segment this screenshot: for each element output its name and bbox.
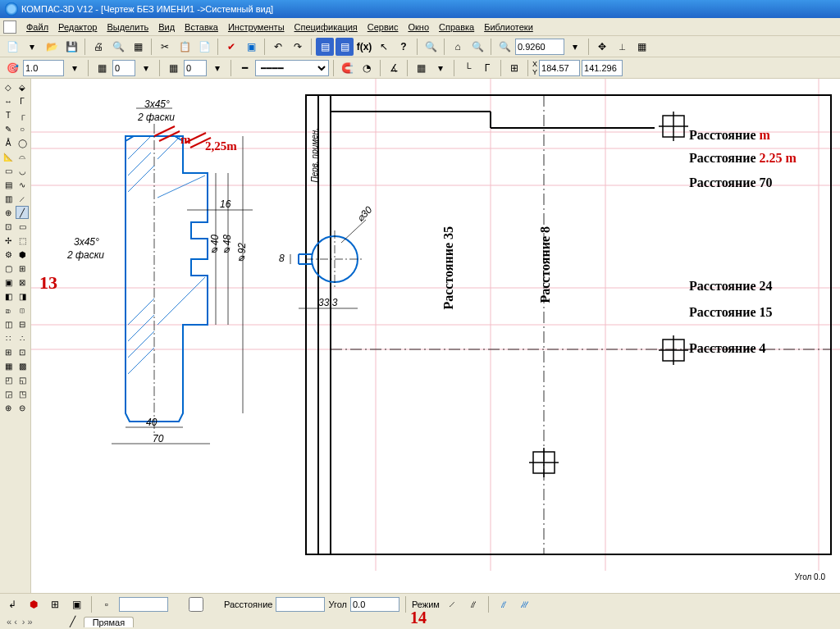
dropdown3-icon[interactable]: ▾ [66, 59, 84, 77]
geom-icon[interactable]: ◇ [2, 80, 15, 93]
paste-button[interactable]: 📄 [195, 38, 213, 56]
tool-k-icon[interactable]: ⊡ [2, 220, 15, 233]
dim-icon[interactable]: ↔ [2, 94, 15, 107]
zoom-in-button[interactable]: 🔍 [422, 38, 440, 56]
layer-combo[interactable] [112, 60, 135, 76]
tool-b-icon[interactable]: Γ [16, 94, 29, 107]
edit-icon[interactable]: ✎ [2, 122, 15, 135]
tool-q-icon[interactable]: ▢ [2, 262, 15, 275]
preview-button[interactable]: 🔍 [109, 38, 127, 56]
menu-edit[interactable]: Редактор [53, 21, 102, 34]
tab-nav-prev[interactable]: « ‹ [7, 617, 17, 627]
manager-button[interactable]: ▦ [129, 38, 147, 56]
cut-button[interactable]: ✂ [156, 38, 174, 56]
coord-y[interactable] [582, 60, 623, 76]
tool-d-icon[interactable]: ○ [16, 122, 29, 135]
tool-1-icon[interactable]: ∷ [2, 331, 15, 344]
tool-g-icon[interactable]: ◡ [16, 164, 29, 177]
mode-4-icon[interactable]: ⫻ [516, 595, 534, 613]
menu-spec[interactable]: Спецификация [290, 21, 363, 34]
menu-file[interactable]: Файл [21, 21, 53, 34]
tool-v-icon[interactable]: ◨ [16, 289, 29, 303]
doc-icon[interactable] [3, 21, 16, 34]
variables-button[interactable]: ▣ [242, 38, 260, 56]
tool-c-icon[interactable]: ┌ [16, 108, 29, 121]
tool-p-icon[interactable]: ⬢ [16, 248, 29, 261]
print-button[interactable]: 🖨 [89, 38, 107, 56]
tool-m-icon[interactable]: ✢ [2, 234, 15, 247]
dropdown-icon[interactable]: ▾ [23, 38, 41, 56]
menu-view[interactable]: Вид [153, 21, 180, 34]
tool-e-icon[interactable]: ◯ [16, 136, 29, 149]
tool-f-icon[interactable]: ⌓ [16, 150, 29, 163]
menu-help[interactable]: Справка [434, 21, 479, 34]
color-combo[interactable] [184, 60, 207, 76]
tool-11-icon[interactable]: ⊕ [2, 401, 15, 414]
prop-point-icon[interactable]: ▫ [98, 595, 116, 613]
menu-service[interactable]: Сервис [363, 21, 404, 34]
tool-12-icon[interactable]: ⊖ [16, 401, 29, 414]
cursor-button[interactable]: ↖ [375, 38, 393, 56]
prop-aux-icon[interactable]: ⊞ [46, 595, 64, 613]
layer-btn[interactable]: ▦ [93, 59, 111, 77]
tool-y-icon[interactable]: ◫ [2, 317, 15, 330]
dropdown5-icon[interactable]: ▾ [208, 59, 226, 77]
mode-2-icon[interactable]: ⫽ [464, 595, 482, 613]
refresh-button[interactable]: ▦ [632, 38, 651, 56]
style-btn[interactable]: ━ [235, 59, 253, 77]
select-icon[interactable]: ▭ [2, 164, 15, 177]
tool-9-icon[interactable]: ◲ [2, 387, 15, 400]
dropdown6-icon[interactable]: ▾ [431, 59, 450, 77]
prop-distance-check[interactable] [171, 597, 221, 612]
zoom-fit-button[interactable]: ⌂ [449, 38, 467, 56]
menu-window[interactable]: Окно [403, 21, 434, 34]
zoom-combo[interactable] [515, 39, 564, 55]
tool-t-icon[interactable]: ⊠ [16, 276, 29, 289]
tool-8-icon[interactable]: ◱ [16, 373, 29, 386]
snap-btn[interactable]: 🧲 [338, 59, 356, 77]
save-button[interactable]: 💾 [62, 38, 80, 56]
prop-distance-input[interactable] [276, 597, 325, 612]
tab-line[interactable]: Прямая [84, 617, 135, 627]
tool-i-icon[interactable]: ⟋ [16, 192, 29, 205]
layer-icon[interactable]: 🎯 [3, 59, 21, 77]
snap2-btn[interactable]: ◔ [358, 59, 376, 77]
tool-z-icon[interactable]: ⊟ [16, 317, 29, 330]
text-icon[interactable]: T [2, 108, 15, 121]
tool-a-icon[interactable]: ⬙ [16, 80, 29, 93]
tool-7-icon[interactable]: ◰ [2, 373, 15, 386]
mode-1-icon[interactable]: ⟋ [443, 595, 461, 613]
tool-r-icon[interactable]: ⊞ [16, 262, 29, 275]
menu-libs[interactable]: Библиотеки [479, 21, 538, 34]
tool-w-icon[interactable]: ⎄ [2, 303, 15, 317]
dropdown2-icon[interactable]: ▾ [566, 38, 584, 56]
prop-coord-input[interactable] [119, 597, 168, 612]
ortho-button[interactable]: ⟂ [613, 38, 631, 56]
round-btn[interactable]: ⊞ [505, 59, 523, 77]
tool-l-icon[interactable]: ▭ [16, 220, 29, 233]
axis-btn[interactable]: └ [459, 59, 477, 77]
menu-insert[interactable]: Вставка [180, 21, 223, 34]
tool-j-icon[interactable]: ╱ [16, 206, 29, 219]
measure-icon[interactable]: 📐 [2, 150, 15, 163]
tool-u-icon[interactable]: ◧ [2, 289, 15, 303]
param-icon[interactable]: Å [2, 136, 15, 149]
help-button[interactable]: ? [395, 38, 413, 56]
tool-h-icon[interactable]: ∿ [16, 178, 29, 191]
tool-s-icon[interactable]: ▣ [2, 276, 15, 289]
angle-btn[interactable]: ∡ [385, 59, 403, 77]
lib-button[interactable]: ▤ [316, 38, 334, 56]
ortho2-btn[interactable]: Γ [478, 59, 496, 77]
open-button[interactable]: 📂 [43, 38, 61, 56]
fx-button[interactable]: f(x) [355, 38, 373, 56]
canvas[interactable]: 3x45° 2 фаски 3x45° 2 фаски 16 ⌀40 ⌀48 ⌀… [31, 79, 840, 593]
zoom-window-button[interactable]: 🔍 [468, 38, 486, 56]
insert-icon[interactable]: ⊕ [2, 206, 15, 219]
prop-apply-icon[interactable]: ↲ [3, 595, 21, 613]
prop-angle-input[interactable] [350, 597, 399, 612]
linestyle-combo[interactable]: ━━━━ [255, 60, 329, 76]
redo-button[interactable]: ↷ [289, 38, 307, 56]
menu-tools[interactable]: Инструменты [223, 21, 290, 34]
menu-select[interactable]: Выделить [102, 21, 153, 34]
mode-3-icon[interactable]: ⫽ [495, 595, 513, 613]
